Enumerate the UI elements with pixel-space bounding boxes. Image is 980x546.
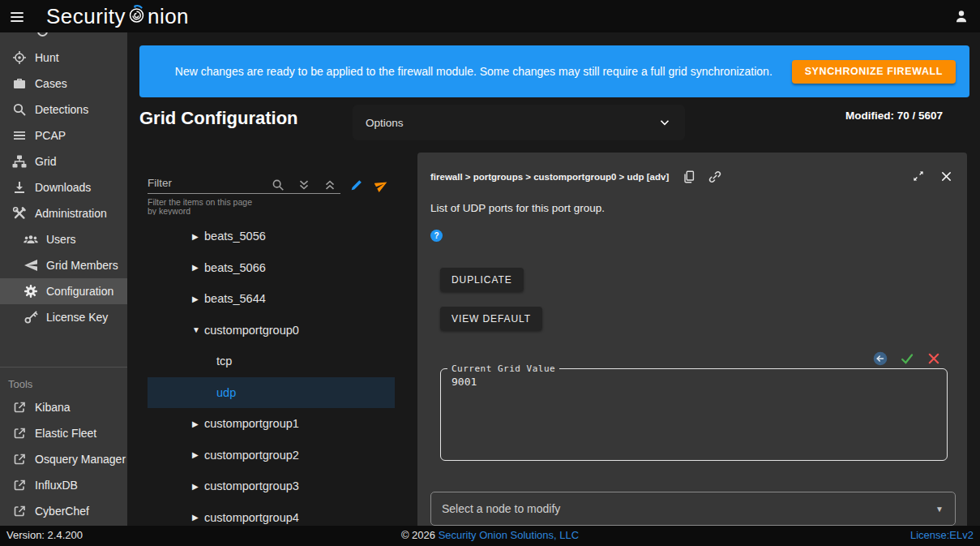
sidebar-tools: Kibana Elastic Fleet Osquery Manager Inf… xyxy=(0,394,127,526)
tree-item-label: udp xyxy=(216,386,236,399)
expand-all-icon[interactable] xyxy=(297,178,311,192)
tool-item-label: Elastic Fleet xyxy=(35,427,96,440)
firewall-changes-banner: New changes are ready to be applied to t… xyxy=(139,45,969,97)
tree-item-customportgroup0[interactable]: ▼ customportgroup0 xyxy=(139,315,409,346)
sidebar-item-configuration[interactable]: Configuration xyxy=(0,278,127,304)
collapse-all-icon[interactable] xyxy=(323,178,337,192)
apply-send-icon[interactable] xyxy=(374,178,389,192)
expand-panel-icon[interactable] xyxy=(912,170,927,184)
link-icon[interactable] xyxy=(708,170,722,184)
sidebar-item-influxdb[interactable]: InfluxDB xyxy=(0,472,127,498)
filter-hint: Filter the items on this page by keyword xyxy=(148,198,256,215)
current-grid-value-label: Current Grid Value xyxy=(447,363,559,374)
sitemap-icon xyxy=(11,153,28,170)
sidebar-item-label: Detections xyxy=(35,103,88,116)
security-onion-logo[interactable]: Security nion xyxy=(46,3,189,29)
view-default-button[interactable]: VIEW DEFAULT xyxy=(440,307,542,330)
sidebar-item-label: Administration xyxy=(35,207,107,220)
node-select-dropdown[interactable]: Select a node to modify ▼ xyxy=(430,492,956,526)
sidebar-item-license-key[interactable]: License Key xyxy=(0,304,127,330)
external-link-icon xyxy=(11,477,28,493)
collapsed-triangle-icon[interactable]: ▶ xyxy=(192,513,204,522)
sidebar-item-kibana[interactable]: Kibana xyxy=(0,394,127,420)
sidebar-item-hunt[interactable]: Hunt xyxy=(0,45,127,71)
external-link-icon xyxy=(11,399,28,415)
user-account-icon[interactable] xyxy=(952,7,970,25)
expanded-triangle-icon[interactable]: ▼ xyxy=(192,325,204,334)
main-content: New changes are ready to be applied to t… xyxy=(127,32,980,526)
partial-icon xyxy=(37,32,48,37)
sidebar-item-detections[interactable]: Detections xyxy=(0,97,127,123)
sidebar-item-downloads[interactable]: Downloads xyxy=(0,174,127,200)
sidebar-item-cases[interactable]: Cases xyxy=(0,71,127,97)
sidebar-item-administration[interactable]: Administration xyxy=(0,200,127,226)
tree-item-tcp[interactable]: tcp xyxy=(148,346,395,377)
tree-item-label: customportgroup1 xyxy=(204,417,299,430)
tree-item-customportgroup3[interactable]: ▶ customportgroup3 xyxy=(139,471,409,502)
external-link-icon xyxy=(11,425,28,441)
sidebar-item-cyberchef[interactable]: CyberChef xyxy=(0,498,127,524)
tree-item-beats-5056[interactable]: ▶ beats_5056 xyxy=(139,221,409,252)
settings-tree: ▶ beats_5056 ▶ beats_5066 ▶ beats_5644 ▼… xyxy=(139,221,409,526)
page-title: Grid Configuration xyxy=(139,108,298,129)
tree-item-customportgroup2[interactable]: ▶ customportgroup2 xyxy=(139,440,409,471)
collapsed-triangle-icon[interactable]: ▶ xyxy=(192,263,204,272)
collapsed-triangle-icon[interactable]: ▶ xyxy=(192,419,204,428)
search-icon[interactable] xyxy=(271,178,285,192)
gear-icon xyxy=(23,283,39,299)
sidebar-divider xyxy=(0,367,127,368)
sidebar-item-label: Hunt xyxy=(35,51,59,64)
tree-item-beats-5066[interactable]: ▶ beats_5066 xyxy=(139,252,409,284)
caret-down-icon: ▼ xyxy=(935,505,944,514)
duplicate-button[interactable]: DUPLICATE xyxy=(440,268,524,291)
tree-item-udp-selected[interactable]: udp xyxy=(148,377,395,409)
hamburger-menu-icon[interactable] xyxy=(8,8,26,26)
tool-item-label: Kibana xyxy=(35,401,71,414)
tools-icon xyxy=(11,205,28,221)
collapsed-triangle-icon[interactable]: ▶ xyxy=(192,232,204,241)
send-icon xyxy=(23,257,39,273)
license-link[interactable]: License:ELv2 xyxy=(910,529,974,541)
copy-icon[interactable] xyxy=(682,170,696,184)
external-link-icon xyxy=(11,503,28,519)
footer: Version: 2.4.200 © 2026 Security Onion S… xyxy=(0,526,980,546)
sidebar-item-grid-members[interactable]: Grid Members xyxy=(0,252,127,278)
tools-section-label: Tools xyxy=(8,378,32,390)
collapsed-triangle-icon[interactable]: ▶ xyxy=(192,482,204,491)
sidebar-item-label: Grid xyxy=(35,155,56,168)
sidebar-item-elastic-fleet[interactable]: Elastic Fleet xyxy=(0,420,127,446)
tree-item-label: customportgroup0 xyxy=(204,324,299,337)
synchronize-firewall-button[interactable]: SYNCHRONIZE FIREWALL xyxy=(792,60,956,84)
sidebar-item-label: Users xyxy=(46,233,76,246)
grid-value-textarea[interactable]: 9001 xyxy=(441,374,947,442)
sidebar-item-label: License Key xyxy=(46,311,108,324)
copyright-year: © 2026 xyxy=(401,529,435,541)
tree-item-label: customportgroup3 xyxy=(204,479,299,492)
copyright-text: © 2026 Security Onion Solutions, LLC xyxy=(401,529,579,541)
sidebar-item-osquery-manager[interactable]: Osquery Manager xyxy=(0,446,127,472)
sidebar-item-grid[interactable]: Grid xyxy=(0,148,127,174)
onion-o-icon xyxy=(126,4,147,30)
filter-input[interactable] xyxy=(148,172,340,194)
sidebar-item-pcap[interactable]: PCAP xyxy=(0,123,127,148)
tree-item-customportgroup4[interactable]: ▶ customportgroup4 xyxy=(139,502,409,527)
tree-item-beats-5644[interactable]: ▶ beats_5644 xyxy=(139,283,409,315)
external-link-icon xyxy=(11,451,28,467)
tree-item-customportgroup1[interactable]: ▶ customportgroup1 xyxy=(139,408,409,440)
collapsed-triangle-icon[interactable]: ▶ xyxy=(192,294,204,303)
sidebar-item-label: PCAP xyxy=(35,129,66,142)
sidebar-item-users[interactable]: Users xyxy=(0,226,127,252)
company-link[interactable]: Security Onion Solutions, LLC xyxy=(439,529,579,541)
sidebar-item-label: Cases xyxy=(35,77,67,90)
edit-pencil-icon[interactable] xyxy=(349,178,364,192)
tree-item-label: beats_5644 xyxy=(204,292,266,305)
options-dropdown[interactable]: Options xyxy=(353,105,685,140)
collapsed-triangle-icon[interactable]: ▶ xyxy=(192,450,204,459)
magnifier-icon xyxy=(11,101,28,118)
briefcase-icon xyxy=(11,75,28,92)
help-icon[interactable]: ? xyxy=(430,230,443,242)
top-app-bar: Security nion xyxy=(0,0,980,32)
tree-item-label: beats_5066 xyxy=(204,261,266,274)
close-icon[interactable] xyxy=(939,170,954,184)
download-icon xyxy=(11,179,28,196)
